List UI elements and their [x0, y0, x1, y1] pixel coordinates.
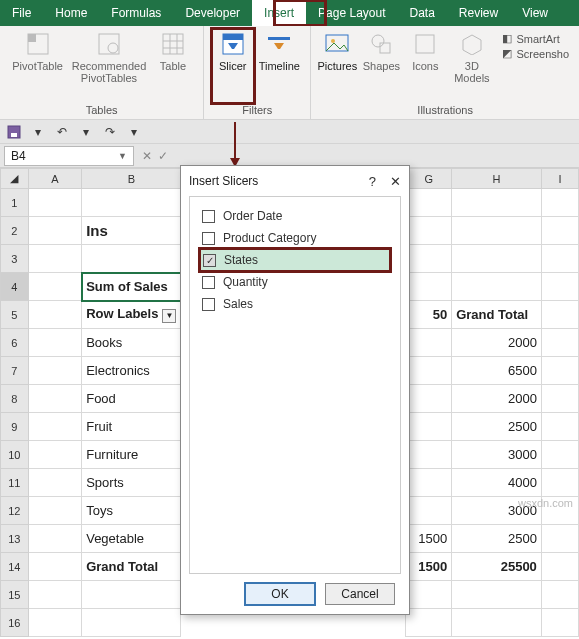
row-header[interactable]: 16	[1, 609, 29, 637]
select-all-corner[interactable]: ◢	[1, 169, 29, 189]
row-header[interactable]: 13	[1, 525, 29, 553]
row-header[interactable]: 6	[1, 329, 29, 357]
cube-icon	[458, 30, 486, 58]
row-header[interactable]: 8	[1, 385, 29, 413]
row-header[interactable]: 3	[1, 245, 29, 273]
col-header-a[interactable]: A	[28, 169, 82, 189]
ribbon-tabs: File Home Formulas Developer Insert Page…	[0, 0, 579, 26]
table-icon	[159, 30, 187, 58]
row-header[interactable]: 9	[1, 413, 29, 441]
tab-file[interactable]: File	[0, 0, 43, 26]
timeline-icon	[265, 30, 293, 58]
dialog-footer: OK Cancel	[181, 574, 409, 614]
group-tables: PivotTable Recommended PivotTables Table…	[0, 26, 204, 119]
tab-home[interactable]: Home	[43, 0, 99, 26]
group-tables-label: Tables	[4, 102, 199, 119]
save-icon[interactable]	[6, 124, 22, 140]
screenshot-icon: ◩	[502, 47, 512, 60]
ok-button[interactable]: OK	[245, 583, 315, 605]
row-header[interactable]: 5	[1, 301, 29, 329]
dropdown-icon[interactable]: ▼	[162, 309, 176, 323]
cancel-formula-icon[interactable]: ✕	[142, 149, 152, 163]
checkbox-sales[interactable]: Sales	[200, 293, 390, 315]
svg-rect-12	[268, 37, 290, 40]
table-row[interactable]: Toys	[82, 497, 181, 525]
pivot-row-labels[interactable]: Row Labels▼	[82, 301, 181, 329]
name-box[interactable]: B4 ▼	[4, 146, 134, 166]
cell-title[interactable]: Ins	[82, 217, 181, 245]
redo-icon[interactable]: ↷	[102, 124, 118, 140]
dialog-titlebar: Insert Slicers ? ✕	[181, 166, 409, 196]
row-header[interactable]: 2	[1, 217, 29, 245]
slicer-icon	[219, 30, 247, 58]
slicer-button[interactable]: Slicer	[211, 28, 255, 74]
table-row[interactable]: Furniture	[82, 441, 181, 469]
close-icon[interactable]: ✕	[390, 174, 401, 189]
checkbox-states[interactable]: ✓States	[200, 249, 390, 271]
insert-slicers-dialog: Insert Slicers ? ✕ Order Date Product Ca…	[180, 165, 410, 615]
icons-icon	[411, 30, 439, 58]
undo-dropdown-icon[interactable]: ▾	[78, 124, 94, 140]
group-illustrations-label: Illustrations	[315, 102, 575, 119]
pivot-grand-total-row[interactable]: Grand Total	[82, 553, 181, 581]
table-row[interactable]: Fruit	[82, 413, 181, 441]
tab-developer[interactable]: Developer	[173, 0, 252, 26]
pivot-sum-of-sales[interactable]: Sum of Sales	[82, 273, 181, 301]
row-header[interactable]: 10	[1, 441, 29, 469]
name-box-value: B4	[11, 149, 26, 163]
row-header[interactable]: 7	[1, 357, 29, 385]
pictures-button[interactable]: Pictures	[315, 28, 359, 86]
tab-data[interactable]: Data	[397, 0, 446, 26]
row-header[interactable]: 12	[1, 497, 29, 525]
smartart-button[interactable]: ◧SmartArt	[502, 32, 569, 45]
table-button[interactable]: Table	[151, 28, 195, 86]
tab-page-layout[interactable]: Page Layout	[306, 0, 397, 26]
pivottable-button[interactable]: PivotTable	[8, 28, 67, 86]
checkbox-order-date[interactable]: Order Date	[200, 205, 390, 227]
help-icon[interactable]: ?	[369, 174, 376, 189]
icons-button[interactable]: Icons	[403, 28, 447, 86]
redo-dropdown-icon[interactable]: ▾	[126, 124, 142, 140]
tab-review[interactable]: Review	[447, 0, 510, 26]
formula-buttons: ✕ ✓	[134, 149, 176, 163]
svg-rect-14	[326, 35, 348, 51]
group-filters: Slicer Timeline Filters	[204, 26, 311, 119]
shapes-button[interactable]: Shapes	[359, 28, 403, 86]
annotation-arrow	[229, 122, 241, 168]
col-header-b[interactable]: B	[82, 169, 181, 189]
row-header[interactable]: 11	[1, 469, 29, 497]
tab-formulas[interactable]: Formulas	[99, 0, 173, 26]
recommended-pivottables-button[interactable]: Recommended PivotTables	[67, 28, 151, 86]
3d-models-button[interactable]: 3D Models	[447, 28, 496, 86]
svg-point-3	[108, 43, 118, 53]
checkbox-icon	[202, 298, 215, 311]
col-header-g[interactable]: G	[406, 169, 452, 189]
row-header[interactable]: 15	[1, 581, 29, 609]
cancel-button[interactable]: Cancel	[325, 583, 395, 605]
checkbox-quantity[interactable]: Quantity	[200, 271, 390, 293]
col-header-i[interactable]: I	[541, 169, 578, 189]
row-header[interactable]: 1	[1, 189, 29, 217]
enter-formula-icon[interactable]: ✓	[158, 149, 168, 163]
row-header[interactable]: 4	[1, 273, 29, 301]
illustrations-side: ◧SmartArt ◩Screensho	[496, 28, 575, 86]
pivot-grand-total-col[interactable]: Grand Total	[452, 301, 542, 329]
svg-marker-13	[274, 43, 284, 49]
timeline-button[interactable]: Timeline	[255, 28, 304, 74]
table-row[interactable]: Books	[82, 329, 181, 357]
checkbox-icon	[202, 276, 215, 289]
checkbox-product-category[interactable]: Product Category	[200, 227, 390, 249]
tab-view[interactable]: View	[510, 0, 560, 26]
table-row[interactable]: Sports	[82, 469, 181, 497]
undo-icon[interactable]: ↶	[54, 124, 70, 140]
col-header-h[interactable]: H	[452, 169, 542, 189]
table-row[interactable]: Food	[82, 385, 181, 413]
tab-insert[interactable]: Insert	[252, 0, 306, 26]
screenshot-button[interactable]: ◩Screensho	[502, 47, 569, 60]
table-row[interactable]: Electronics	[82, 357, 181, 385]
shapes-icon	[367, 30, 395, 58]
qat-dropdown-icon[interactable]: ▾	[30, 124, 46, 140]
table-row[interactable]: Vegetable	[82, 525, 181, 553]
row-header[interactable]: 14	[1, 553, 29, 581]
pivot-col-50[interactable]: 50	[406, 301, 452, 329]
